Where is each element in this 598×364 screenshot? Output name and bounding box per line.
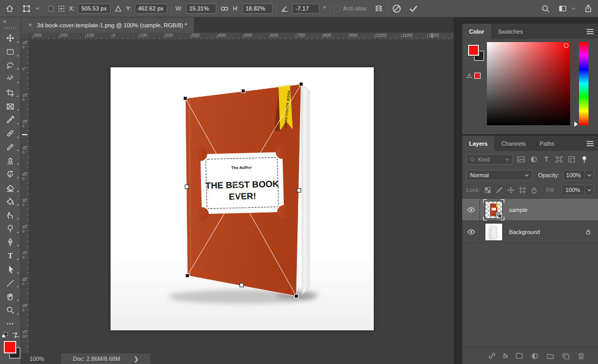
filter-toggle-icon[interactable] [580, 155, 589, 164]
ruler-horizontal[interactable]: 3002001000100200300400500600700800900100… [29, 33, 454, 40]
filter-kind-select[interactable]: Kind [466, 154, 513, 165]
tab-channels[interactable]: Channels [494, 136, 532, 151]
h-input[interactable]: 18.82% [242, 4, 273, 14]
blend-mode-select[interactable]: Normal [466, 170, 533, 180]
link-layers-icon[interactable] [487, 351, 496, 360]
layer-row-background[interactable]: Background [462, 221, 598, 243]
tab-swatches[interactable]: Swatches [491, 24, 530, 39]
layer-mask-icon[interactable] [515, 352, 524, 360]
ruler-corner[interactable] [21, 33, 29, 40]
lock-position-icon[interactable] [507, 186, 515, 194]
y-input[interactable]: 462.62 px [135, 4, 167, 14]
marquee-tool[interactable] [0, 45, 21, 59]
ruler-vertical[interactable]: 10001002003004005006007008009001000 [21, 40, 29, 353]
rotation-input[interactable]: -7.17 [292, 4, 320, 14]
chevron-down-icon[interactable] [571, 6, 576, 11]
clone-stamp-tool[interactable] [0, 154, 21, 167]
type-tool[interactable]: T [0, 249, 21, 262]
layer-thumbnail[interactable] [484, 200, 504, 220]
foreground-color-swatch[interactable] [468, 45, 479, 56]
hue-slider-arrow[interactable] [574, 122, 578, 127]
chevron-down-icon[interactable] [35, 6, 40, 11]
pencil-tool[interactable] [0, 140, 21, 154]
layer-thumbnail[interactable] [484, 222, 504, 242]
opacity-input[interactable]: 100% [563, 170, 585, 180]
layer-name[interactable]: sample [509, 207, 527, 213]
layer-style-icon[interactable]: fx [503, 352, 508, 360]
x-input[interactable]: 505.53 px [78, 4, 111, 14]
toolbar-grip[interactable] [5, 27, 16, 29]
fill-input[interactable]: 100% [562, 185, 585, 195]
filter-pixel-layers-icon[interactable] [517, 155, 525, 164]
filter-smart-objects-icon[interactable] [567, 155, 576, 164]
paint-bucket-tool[interactable] [0, 195, 21, 208]
zoom-tool[interactable] [0, 304, 21, 317]
gamut-color-swatch[interactable] [474, 73, 481, 79]
healing-brush-tool[interactable] [0, 127, 21, 140]
dodge-tool[interactable] [0, 222, 21, 236]
eyedropper-tool[interactable] [0, 113, 21, 127]
lock-pixels-icon[interactable] [495, 186, 503, 194]
path-selection-tool[interactable] [0, 262, 21, 276]
delete-layer-icon[interactable] [577, 352, 585, 360]
canvas-viewport[interactable]: HARD-COVER BOOK The Author THE BEST BOOK… [29, 40, 454, 353]
workspace-icon[interactable] [558, 4, 567, 13]
layer-name[interactable]: Background [509, 229, 540, 235]
filter-adjustment-layers-icon[interactable] [530, 155, 538, 164]
saturation-brightness-field[interactable] [487, 42, 570, 125]
commit-transform-icon[interactable] [408, 4, 418, 14]
adjustment-layer-icon[interactable] [531, 352, 539, 360]
document-size-field[interactable]: Doc: 2.86M/6.68M ❯ [61, 353, 151, 364]
filter-type-layers-icon[interactable]: T [542, 155, 551, 164]
document-tab[interactable]: × 3d-book-cover-template-1.png @ 100% (s… [21, 17, 195, 33]
opacity-dropdown-icon[interactable] [585, 170, 594, 180]
cancel-transform-icon[interactable] [392, 4, 402, 14]
reference-point-grid-icon[interactable] [57, 5, 65, 13]
panel-menu-icon[interactable] [586, 28, 594, 35]
hand-tool[interactable] [0, 290, 21, 304]
visibility-toggle[interactable] [462, 221, 480, 243]
layer-row-sample[interactable]: sample [462, 199, 598, 221]
share-icon[interactable] [584, 4, 593, 13]
document-canvas[interactable]: HARD-COVER BOOK The Author THE BEST BOOK… [111, 67, 374, 330]
frame-tool[interactable] [0, 99, 21, 113]
maintain-aspect-ratio-icon[interactable] [220, 5, 229, 12]
filter-shape-layers-icon[interactable] [555, 155, 563, 164]
hue-slider[interactable] [579, 42, 589, 125]
lock-all-icon[interactable] [530, 186, 538, 194]
foreground-color-swatch[interactable] [4, 341, 16, 353]
tab-color[interactable]: Color [462, 24, 491, 39]
pen-tool[interactable] [0, 236, 21, 249]
tab-paths[interactable]: Paths [533, 136, 561, 151]
eraser-tool[interactable] [0, 181, 21, 195]
new-layer-icon[interactable] [562, 352, 570, 360]
zoom-level[interactable]: 100% [29, 356, 61, 362]
smudge-tool[interactable] [0, 208, 21, 222]
lock-artboard-icon[interactable] [519, 186, 526, 194]
magic-wand-tool[interactable] [0, 72, 21, 86]
fill-dropdown-icon[interactable] [585, 185, 594, 195]
new-group-icon[interactable] [546, 352, 555, 360]
move-tool[interactable] [0, 32, 21, 45]
close-tab-icon[interactable]: × [28, 22, 32, 29]
warp-mode-icon[interactable] [374, 4, 384, 13]
more-tools-button[interactable] [0, 317, 21, 331]
home-button[interactable] [5, 4, 14, 13]
reference-point-checkbox[interactable] [48, 6, 54, 12]
collapse-panel-button[interactable]: » [0, 17, 21, 25]
lock-transparency-icon[interactable] [484, 186, 492, 194]
w-input[interactable]: 15.31% [186, 4, 216, 14]
visibility-toggle[interactable] [462, 199, 480, 221]
status-chevron-icon[interactable]: ❯ [134, 356, 138, 362]
search-icon[interactable] [541, 4, 550, 13]
history-brush-tool[interactable] [0, 167, 21, 181]
lasso-tool[interactable] [0, 59, 21, 73]
color-position-marker[interactable] [564, 43, 569, 48]
crop-tool[interactable] [0, 86, 21, 99]
relative-position-icon[interactable] [114, 5, 122, 13]
transform-tool-icon[interactable] [22, 4, 31, 13]
tab-layers[interactable]: Layers [462, 136, 494, 151]
line-tool[interactable] [0, 276, 21, 290]
panel-menu-icon[interactable] [586, 140, 594, 147]
anti-alias-checkbox[interactable] [334, 6, 340, 12]
